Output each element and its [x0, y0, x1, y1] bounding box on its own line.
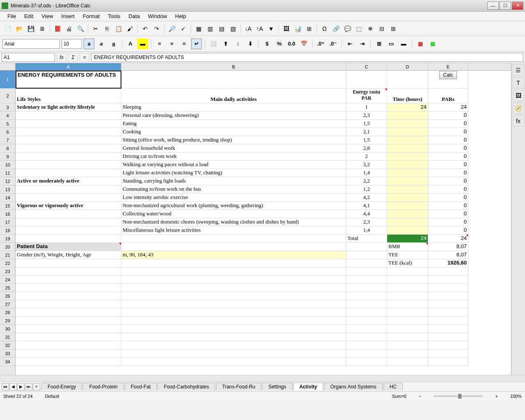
cell[interactable]	[16, 185, 121, 194]
cell[interactable]	[387, 185, 428, 194]
cell[interactable]	[16, 226, 121, 235]
italic-button[interactable]: a	[96, 39, 107, 49]
cell[interactable]: 0	[428, 169, 468, 177]
underline-button[interactable]: a	[108, 39, 119, 49]
cell-teek[interactable]: 1926,60	[428, 259, 468, 267]
cell[interactable]	[16, 218, 121, 226]
row-header[interactable]: 20	[0, 243, 15, 251]
align-left-button[interactable]: ≡	[154, 39, 165, 49]
cell[interactable]: Commuting to/from work on the bus	[121, 185, 346, 194]
bold-button[interactable]: a	[84, 39, 94, 49]
row-header[interactable]: 14	[0, 194, 15, 202]
cell[interactable]: 2,2	[346, 177, 387, 185]
cell[interactable]: 0	[428, 144, 468, 153]
open-icon[interactable]: 📂	[14, 23, 25, 34]
row-header[interactable]: 7	[0, 136, 15, 144]
cell[interactable]	[16, 136, 121, 144]
col-header-A[interactable]: A	[16, 63, 121, 70]
cell[interactable]	[387, 153, 428, 161]
menu-help[interactable]: Help	[171, 12, 190, 20]
special-icon[interactable]: Ω	[319, 23, 330, 34]
freeze-icon[interactable]: ❄	[365, 23, 376, 34]
zoom-in-button[interactable]: +	[495, 394, 498, 399]
row-header[interactable]: 15	[0, 202, 15, 210]
cells[interactable]: ENERGY REQUIREMENTS OF ADULTS Calc Life …	[16, 71, 511, 366]
row-header[interactable]: 5	[0, 120, 15, 128]
sheet-tab[interactable]: Settings	[262, 383, 292, 390]
row-header[interactable]: 34	[0, 358, 15, 366]
row-header[interactable]: 27	[0, 300, 15, 308]
sheet-tab[interactable]: Food-Fat	[125, 383, 157, 390]
minimize-button[interactable]: —	[487, 2, 499, 10]
cell-patient-value[interactable]: m, 90, 184, 43	[121, 251, 346, 259]
cell[interactable]: 0	[428, 161, 468, 169]
highlight-button[interactable]: ▬	[137, 39, 148, 49]
cell[interactable]: 3,2	[346, 161, 387, 169]
menu-file[interactable]: File	[3, 12, 20, 20]
bordercolor-button[interactable]: ▬	[398, 39, 409, 49]
row-header[interactable]: 32	[0, 341, 15, 349]
cell[interactable]: 4,2	[346, 194, 387, 202]
sortdesc-icon[interactable]: ↑A	[254, 23, 265, 34]
delrow-icon[interactable]: ▤	[216, 23, 227, 34]
cell[interactable]	[387, 218, 428, 226]
cell[interactable]	[346, 71, 387, 89]
row-header[interactable]: 9	[0, 153, 15, 161]
sheet-tab[interactable]: Activity	[293, 383, 323, 390]
chart-icon[interactable]: 📊	[292, 23, 303, 34]
row-header[interactable]: 12	[0, 177, 15, 185]
cell[interactable]	[387, 71, 428, 89]
preview-icon[interactable]: 🔍	[75, 23, 86, 34]
cell-patient-header[interactable]: Patient Data	[16, 243, 121, 251]
cell-total-label[interactable]: Total	[346, 235, 387, 243]
cell[interactable]	[16, 194, 121, 202]
cell[interactable]	[16, 235, 121, 243]
cell[interactable]	[16, 210, 121, 218]
cell[interactable]: 0	[428, 226, 468, 235]
cell[interactable]: Light leisure activities (watching TV, c…	[121, 169, 346, 177]
cell[interactable]: 1,5	[346, 120, 387, 128]
cell[interactable]	[387, 136, 428, 144]
row-header[interactable]: 29	[0, 317, 15, 325]
row-header[interactable]: 3	[0, 103, 15, 112]
cell[interactable]: Personal care (dressing, showering)	[121, 112, 346, 120]
cond-format2-button[interactable]: ▦	[427, 39, 438, 49]
cell[interactable]	[16, 144, 121, 153]
calc-button[interactable]: Calc	[439, 71, 457, 79]
sortasc-icon[interactable]: ↓A	[243, 23, 253, 34]
sidebar-properties-icon[interactable]: ☰	[513, 64, 524, 76]
row-header[interactable]: 22	[0, 259, 15, 267]
function-wizard-button[interactable]: fx	[57, 53, 66, 62]
cell-tee-label[interactable]: TEE	[387, 251, 428, 259]
tab-next-button[interactable]: ▶	[17, 383, 25, 390]
cell[interactable]	[387, 194, 428, 202]
currency-button[interactable]: $	[262, 39, 272, 49]
valign-bot-button[interactable]: ⬇	[245, 39, 256, 49]
undo-icon[interactable]: ↶	[140, 23, 151, 34]
delcol-icon[interactable]: ▧	[228, 23, 238, 34]
menu-insert[interactable]: Insert	[57, 12, 79, 20]
cell[interactable]: Sitting (office work, selling produce, t…	[121, 136, 346, 144]
cell[interactable]	[16, 128, 121, 136]
headers-icon[interactable]: ⬚	[354, 23, 364, 34]
cell-bmr-label[interactable]: BMR	[387, 243, 428, 251]
row-header[interactable]: 21	[0, 251, 15, 259]
col-header-B[interactable]: B	[121, 63, 346, 70]
remdec-button[interactable]: .0⁻	[328, 39, 338, 49]
cell[interactable]: 4,1	[346, 202, 387, 210]
cell[interactable]	[387, 128, 428, 136]
cell[interactable]	[346, 259, 387, 267]
row-header[interactable]: 33	[0, 349, 15, 358]
cell-E1[interactable]: Calc	[428, 71, 468, 89]
row-header[interactable]: 31	[0, 333, 15, 341]
cell[interactable]	[16, 153, 121, 161]
row-header[interactable]: 17	[0, 218, 15, 226]
indent-dec-button[interactable]: ⇤	[345, 39, 355, 49]
cond-format-button[interactable]: ▦	[415, 39, 426, 49]
autofilter-icon[interactable]: ▼	[266, 23, 276, 34]
row-header[interactable]: 13	[0, 185, 15, 194]
font-size-input[interactable]	[62, 39, 82, 49]
row-header[interactable]: 23	[0, 267, 15, 276]
tab-first-button[interactable]: ⏮	[2, 383, 9, 390]
redo-icon[interactable]: ↷	[151, 23, 162, 34]
